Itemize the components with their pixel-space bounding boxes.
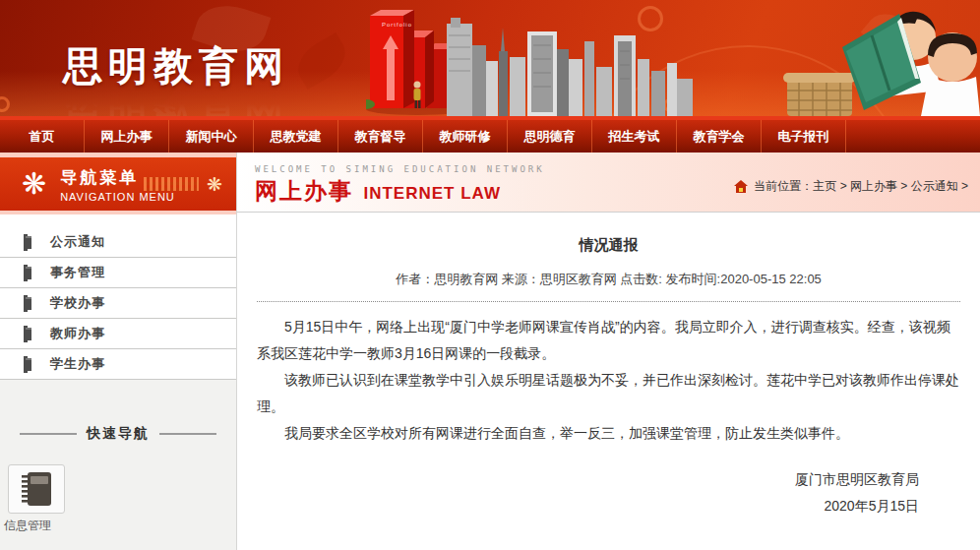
- nav-item-admissions[interactable]: 招生考试: [592, 120, 677, 153]
- notebook-icon: [26, 267, 31, 279]
- article-paragraph: 我局要求全区学校对所有网课进行全面自查，举一反三，加强课堂管理，防止发生类似事件…: [257, 420, 960, 447]
- divider-line: [20, 433, 77, 435]
- home-icon: [734, 180, 748, 193]
- main-navigation: 首页 网上办事 新闻中心 思教党建 教育督导 教师研修 思明德育 招生考试 教育…: [0, 120, 980, 153]
- snowflake-icon: ❋: [22, 169, 46, 199]
- article-body: 5月15日中午，网络上出现“厦门中学老师网课宣传肖战”的内容。我局立即介入，进行…: [257, 314, 960, 447]
- content-row: ❋ 导航菜单 NAVIGATION MENU ❋ 公示通知 事务管理: [0, 153, 980, 550]
- city-skyline-graphic: [445, 16, 697, 116]
- children-reading-photo: [773, 0, 980, 116]
- notebook-icon: [26, 297, 31, 310]
- notebook-icon: [26, 358, 31, 371]
- signature-org: 厦门市思明区教育局: [257, 466, 919, 493]
- snowflake-icon: ❋: [207, 175, 222, 194]
- nav-item-edu-society[interactable]: 教育学会: [677, 120, 762, 153]
- divider-line: [159, 433, 216, 435]
- welcome-text: WELCOME TO SIMING EDUCATION NETWORK: [255, 164, 980, 174]
- article-paragraph: 该教师已认识到在课堂教学中引入娱乐明星话题极为不妥，并已作出深刻检讨。莲花中学已…: [257, 367, 960, 420]
- quick-nav-header: 快速导航: [0, 425, 236, 443]
- sidebar-menu: 公示通知 事务管理 学校办事 教师办事 学生办事: [0, 214, 236, 380]
- nav-item-online-services[interactable]: 网上办事: [85, 120, 169, 153]
- sidebar-item-public-notice[interactable]: 公示通知: [0, 227, 236, 258]
- signature-date: 2020年5月15日: [257, 493, 919, 519]
- dotted-separator: [257, 301, 960, 302]
- banner: Portfolio: [0, 0, 980, 116]
- nav-item-home[interactable]: 首页: [0, 120, 85, 153]
- portfolio-label: Portfolio: [382, 22, 412, 28]
- navigation-menu-header: ❋ 导航菜单 NAVIGATION MENU ❋: [0, 157, 236, 211]
- menu-title-en: NAVIGATION MENU: [60, 191, 175, 203]
- sidebar-item-student-services[interactable]: 学生办事: [0, 349, 236, 380]
- section-header: WELCOME TO SIMING EDUCATION NETWORK 网上办事…: [237, 153, 980, 213]
- nav-item-e-journal[interactable]: 电子报刊: [762, 120, 846, 153]
- section-title-cn: 网上办事: [255, 178, 353, 204]
- breadcrumb[interactable]: 当前位置：主页 > 网上办事 > 公示通知 >: [734, 178, 968, 195]
- quick-nav-title: 快速导航: [87, 425, 150, 443]
- quick-nav-section: 快速导航 信息管理: [0, 380, 236, 550]
- nav-item-teacher-training[interactable]: 教师研修: [423, 120, 508, 153]
- site-title: 思明教育网: [63, 39, 289, 93]
- nav-item-supervision[interactable]: 教育督导: [338, 120, 423, 153]
- tiny-person-figure: [414, 82, 421, 109]
- nav-item-moral-edu[interactable]: 思明德育: [508, 120, 592, 153]
- wicker-basket: [783, 73, 856, 116]
- dotted-pattern-decoration: [144, 177, 199, 191]
- nav-item-party[interactable]: 思教党建: [254, 120, 338, 153]
- page: Portfolio: [0, 0, 980, 550]
- notebook-icon: [20, 470, 53, 508]
- breadcrumb-text: 当前位置：主页 > 网上办事 > 公示通知 >: [754, 178, 968, 195]
- article-paragraph: 5月15日中午，网络上出现“厦门中学老师网课宣传肖战”的内容。我局立即介入，进行…: [257, 314, 960, 367]
- signature-block: 厦门市思明区教育局 2020年5月15日: [257, 466, 960, 519]
- info-management-shortcut[interactable]: [8, 464, 65, 514]
- article-meta: 作者：思明教育网 来源：思明区教育网 点击数: 发布时间:2020-05-15 …: [257, 271, 960, 288]
- main-content: WELCOME TO SIMING EDUCATION NETWORK 网上办事…: [237, 153, 980, 550]
- nav-item-news[interactable]: 新闻中心: [169, 120, 254, 153]
- site-title-reflection: 思明教育网: [63, 87, 289, 116]
- sidebar-item-school-services[interactable]: 学校办事: [0, 288, 236, 319]
- notebook-icon: [26, 236, 31, 249]
- notebook-icon: [26, 328, 31, 340]
- sidebar-item-affairs-management[interactable]: 事务管理: [0, 258, 236, 288]
- info-management-label[interactable]: 信息管理: [4, 518, 236, 534]
- section-title-en: INTERNET LAW: [363, 184, 501, 203]
- article-title: 情况通报: [257, 236, 960, 255]
- article: 情况通报 作者：思明教育网 来源：思明区教育网 点击数: 发布时间:2020-0…: [237, 213, 980, 519]
- sidebar-item-teacher-services[interactable]: 教师办事: [0, 319, 236, 349]
- sidebar: ❋ 导航菜单 NAVIGATION MENU ❋ 公示通知 事务管理: [0, 153, 237, 550]
